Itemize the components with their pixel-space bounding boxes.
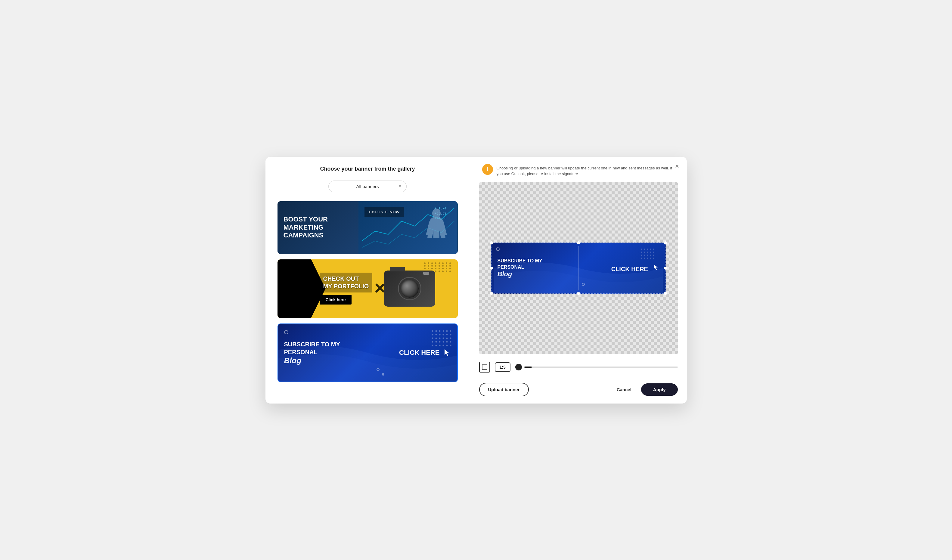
banner-marketing-title: BOOST YOURMARKETINGCAMPAIGNS	[284, 216, 328, 239]
filter-dropdown[interactable]: All banners Marketing Portfolio Blog	[328, 180, 406, 192]
svg-point-16	[431, 337, 433, 339]
svg-point-44	[641, 255, 642, 256]
svg-point-46	[647, 255, 648, 256]
banner-portfolio-content: CHECK OUTMY PORTFOLIO Click here	[320, 273, 372, 304]
warning-text: Choosing or uploading a new banner will …	[497, 164, 675, 177]
upload-banner-button[interactable]: Upload banner	[479, 383, 529, 396]
svg-point-20	[446, 337, 448, 339]
svg-point-52	[650, 258, 651, 259]
cancel-button[interactable]: Cancel	[612, 383, 636, 396]
svg-point-37	[650, 248, 651, 250]
svg-point-25	[442, 341, 444, 342]
svg-point-53	[653, 258, 654, 259]
handle-middle-top[interactable]	[577, 241, 580, 244]
svg-point-28	[431, 344, 433, 346]
banner-blog-cta-text: CLICK HERE	[399, 348, 451, 357]
preview-banner: SUBSCRIBE TO MY PERSONAL Blog CLICK HERE	[491, 242, 666, 294]
svg-point-40	[644, 251, 645, 253]
banner-card-blog[interactable]: SUBSCRIBE TO MYPERSONAL Blog CLICK HERE	[278, 324, 458, 382]
svg-point-18	[439, 337, 440, 339]
camera-lens	[399, 278, 420, 299]
banner-card-portfolio[interactable]: CHECK OUTMY PORTFOLIO Click here ✕	[278, 259, 458, 318]
svg-point-14	[446, 334, 448, 335]
handle-middle-right[interactable]	[664, 267, 667, 270]
svg-point-45	[644, 255, 645, 256]
banner-portfolio-shape	[278, 259, 326, 318]
svg-point-6	[439, 330, 440, 332]
svg-point-17	[435, 337, 437, 339]
banner-blog-title: SUBSCRIBE TO MYPERSONAL	[284, 340, 387, 356]
banner-portfolio-title: CHECK OUTMY PORTFOLIO	[320, 273, 372, 293]
action-buttons-group: Cancel Apply	[612, 383, 678, 396]
filter-dropdown-container: All banners Marketing Portfolio Blog ▼	[278, 180, 458, 192]
svg-point-35	[644, 248, 645, 250]
camera-flash	[423, 272, 429, 275]
svg-point-42	[650, 251, 651, 253]
svg-point-36	[647, 248, 648, 250]
svg-point-15	[450, 334, 451, 335]
preview-blog-title: SUBSCRIBE TO MY PERSONAL	[498, 258, 583, 270]
preview-circle-deco-1	[496, 247, 500, 251]
svg-point-5	[435, 330, 437, 332]
warning-icon: !	[482, 164, 493, 175]
gallery-title: Choose your banner from the gallery	[278, 166, 458, 172]
svg-point-41	[647, 251, 648, 253]
svg-point-19	[442, 337, 444, 339]
close-button[interactable]: ×	[672, 162, 682, 171]
svg-point-31	[442, 344, 444, 346]
svg-point-21	[450, 337, 451, 339]
svg-point-34	[641, 248, 642, 250]
banner-marketing-left: BOOST YOURMARKETINGCAMPAIGNS	[278, 201, 359, 254]
svg-point-4	[431, 330, 433, 332]
filter-dropdown-wrapper[interactable]: All banners Marketing Portfolio Blog ▼	[328, 180, 406, 192]
banner-card-marketing[interactable]: BOOST YOURMARKETINGCAMPAIGNS CHECK IT NO…	[278, 201, 458, 254]
preview-blog-italic: Blog	[498, 270, 583, 278]
svg-point-10	[431, 334, 433, 335]
svg-point-43	[653, 251, 654, 253]
svg-point-49	[641, 258, 642, 259]
handle-middle-left[interactable]	[490, 267, 493, 270]
bottom-actions: Upload banner Cancel Apply	[479, 380, 678, 396]
svg-point-22	[431, 341, 433, 342]
camera-decoration	[380, 266, 440, 311]
left-panel: Choose your banner from the gallery All …	[266, 157, 470, 404]
apply-button[interactable]: Apply	[641, 383, 678, 396]
banner-marketing-inner: BOOST YOURMARKETINGCAMPAIGNS CHECK IT NO…	[278, 201, 458, 254]
preview-area: SUBSCRIBE TO MY PERSONAL Blog CLICK HERE	[479, 182, 678, 354]
circle-deco-1	[284, 330, 288, 334]
camera-top	[390, 267, 405, 272]
handle-top-left[interactable]	[490, 241, 493, 244]
svg-point-24	[439, 341, 440, 342]
cursor-icon	[442, 348, 451, 357]
zoom-track[interactable]	[524, 367, 678, 368]
preview-circle-deco-2	[582, 283, 585, 286]
svg-point-38	[653, 248, 654, 250]
handle-bottom-left[interactable]	[490, 292, 493, 295]
zoom-fill	[524, 367, 532, 368]
svg-point-32	[446, 344, 448, 346]
svg-point-9	[450, 330, 451, 332]
warning-section: ! Choosing or uploading a new banner wil…	[479, 164, 678, 177]
banner-portfolio-cta: Click here	[320, 295, 352, 304]
svg-point-13	[442, 334, 444, 335]
svg-rect-54	[482, 365, 487, 370]
banners-list: BOOST YOURMARKETINGCAMPAIGNS CHECK IT NO…	[278, 201, 458, 382]
handle-top-right[interactable]	[664, 241, 667, 244]
circle-deco-2	[377, 368, 380, 371]
handle-bottom-right[interactable]	[664, 292, 667, 295]
person-silhouette	[424, 208, 448, 247]
svg-point-11	[435, 334, 437, 335]
handle-middle-bottom[interactable]	[577, 292, 580, 295]
crop-button[interactable]	[479, 362, 490, 373]
svg-point-51	[647, 258, 648, 259]
ratio-button[interactable]: 1:3	[495, 362, 510, 372]
preview-divider	[578, 246, 579, 290]
svg-point-30	[439, 344, 440, 346]
svg-point-39	[641, 251, 642, 253]
svg-point-29	[435, 344, 437, 346]
svg-point-47	[650, 255, 651, 256]
preview-dots-grid	[640, 247, 661, 265]
dots-grid-deco	[430, 329, 454, 350]
svg-point-8	[446, 330, 448, 332]
svg-point-50	[644, 258, 645, 259]
